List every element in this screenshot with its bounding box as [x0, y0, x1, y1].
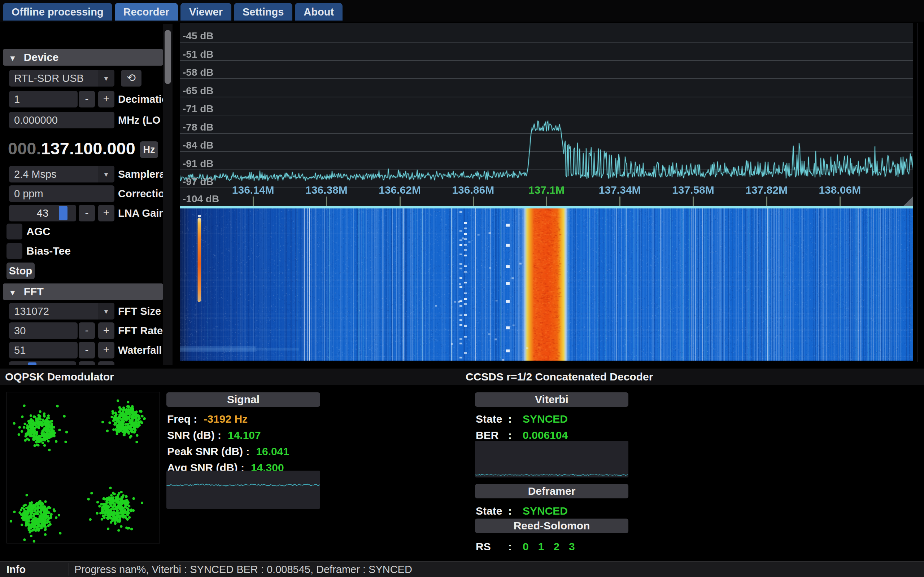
- tab-recorder[interactable]: Recorder: [115, 3, 178, 21]
- module-title-strip: OQPSK Demodulator CCSDS r=1/2 Concatenat…: [0, 369, 924, 385]
- chevron-down-icon: ▼: [98, 303, 115, 319]
- device-driver-select[interactable]: RTL-SDR USB ▼: [9, 70, 115, 87]
- fft-rate-plus-button[interactable]: +: [98, 322, 115, 339]
- fft-size-label: FFT Size: [118, 303, 161, 319]
- fft-max-slider-handle[interactable]: [28, 363, 36, 365]
- fft-size-value: 131072: [9, 305, 49, 317]
- agc-label: AGC: [26, 224, 50, 239]
- waterfall-rate-input[interactable]: 51: [9, 342, 78, 358]
- fft-spectrum-trace[interactable]: [180, 23, 913, 206]
- fft-resize-grip[interactable]: [903, 196, 913, 206]
- waterfall-plus-button[interactable]: +: [98, 342, 115, 358]
- collapse-arrow-icon: ▼: [9, 285, 16, 301]
- ber-history-canvas: [475, 441, 628, 477]
- fft-max-slider[interactable]: -45.355: [9, 361, 76, 365]
- status-info-label: Info: [6, 562, 26, 577]
- fft-size-select[interactable]: 131072 ▼: [9, 303, 115, 319]
- viterbi-header: Viterbi: [475, 392, 628, 407]
- freq-axis-label: 136.62M: [371, 184, 429, 196]
- decoder-row-value: SYNCED: [523, 411, 568, 427]
- signal-row-value: -3192 Hz: [204, 413, 247, 425]
- freq-axis-label: 136.38M: [297, 184, 355, 196]
- db-axis-label: -97 dB: [183, 176, 214, 187]
- db-axis-label: -71 dB: [183, 103, 214, 115]
- status-bar: Info Progress nan%, Viterbi : SYNCED BER…: [0, 561, 924, 577]
- stop-button[interactable]: Stop: [6, 263, 35, 279]
- window-scrollbar[interactable]: [917, 23, 918, 362]
- rs-separator: :: [508, 539, 523, 554]
- db-axis-label: -84 dB: [183, 140, 214, 151]
- freq-axis-tick: [619, 197, 620, 206]
- freq-axis-label: 136.86M: [444, 184, 502, 196]
- samplerate-value: 2.4 Msps: [9, 168, 57, 180]
- correction-input[interactable]: 0 ppm: [9, 185, 115, 202]
- samplerate-select[interactable]: 2.4 Msps ▼: [9, 166, 115, 182]
- viterbi-rows-state: State:SYNCED: [476, 411, 568, 427]
- frequency-unit-button[interactable]: Hz: [140, 141, 158, 158]
- rs-value: 3: [569, 539, 575, 554]
- ber-history-graph: [475, 441, 628, 477]
- bias-tee-checkbox[interactable]: [6, 243, 23, 259]
- waterfall-minus-button[interactable]: -: [79, 342, 95, 358]
- fft-rate-input[interactable]: 30: [9, 322, 78, 339]
- collapse-arrow-icon: ▼: [9, 50, 16, 67]
- tab-viewer[interactable]: Viewer: [181, 3, 231, 21]
- refresh-icon: ⟲: [127, 72, 136, 84]
- frequency-dim-digits: 000.: [8, 139, 41, 158]
- freq-axis-label: 137.82M: [738, 184, 795, 196]
- db-axis-label: -104 dB: [183, 193, 219, 205]
- refresh-button[interactable]: ⟲: [121, 70, 142, 87]
- rs-values: 0123: [523, 539, 575, 554]
- tab-settings[interactable]: Settings: [234, 3, 292, 21]
- fft-rate-minus-button[interactable]: -: [79, 322, 95, 339]
- decimation-plus-button[interactable]: +: [98, 91, 115, 108]
- freq-axis-label: 138.06M: [811, 184, 869, 196]
- sidebar-scrollbar-thumb[interactable]: [165, 30, 171, 84]
- freq-axis-tick: [693, 197, 694, 206]
- constellation-diagram: [6, 392, 160, 543]
- signal-row-label: SNR (dB) :: [167, 429, 221, 441]
- decimation-minus-button[interactable]: -: [79, 91, 95, 108]
- signal-row-value: 14.107: [228, 429, 261, 441]
- reed-solomon-header: Reed-Solomon: [475, 519, 628, 533]
- samplerate-label: Samplerate: [118, 166, 163, 182]
- waterfall-display[interactable]: [180, 208, 913, 361]
- satdump-window: Offline processingRecorderViewerSettings…: [0, 0, 924, 577]
- bias-tee-label: Bias-Tee: [26, 243, 71, 259]
- decoder-row-value: SYNCED: [523, 503, 568, 519]
- decimation-input[interactable]: 1: [9, 91, 78, 108]
- freq-axis-label: 137.58M: [664, 184, 722, 196]
- fft-max-value: -45.355: [9, 361, 76, 365]
- freq-axis-tick: [546, 197, 547, 206]
- fft-max-minus-button[interactable]: -: [79, 361, 95, 365]
- freq-axis-label: 136.14M: [224, 184, 282, 196]
- constellation-canvas: [7, 392, 160, 543]
- db-axis-label: -78 dB: [183, 121, 214, 133]
- fft-panel-header[interactable]: ▼FFT: [3, 284, 163, 300]
- decoder-row-separator: :: [508, 503, 523, 519]
- deframer-header: Deframer: [475, 484, 628, 498]
- tab-offline-processing[interactable]: Offline processing: [3, 3, 112, 21]
- freq-axis-tick: [326, 197, 327, 206]
- signal-row-label: Freq :: [167, 413, 197, 425]
- chevron-down-icon: ▼: [98, 70, 115, 87]
- demodulator-title: OQPSK Demodulator: [5, 369, 114, 385]
- rs-label: RS: [476, 539, 508, 554]
- sidebar-scrollbar[interactable]: [163, 24, 173, 365]
- tab-about[interactable]: About: [295, 3, 342, 21]
- lna-gain-slider[interactable]: 43: [9, 205, 76, 221]
- signal-row-snr-db: SNR (dB) :14.107: [167, 427, 261, 443]
- lna-gain-minus-button[interactable]: -: [79, 205, 95, 221]
- lna-gain-plus-button[interactable]: +: [98, 205, 115, 221]
- fft-max-plus-button[interactable]: +: [98, 361, 115, 365]
- lo-offset-input[interactable]: 0.000000: [9, 112, 115, 128]
- agc-checkbox[interactable]: [6, 224, 23, 239]
- db-axis-label: -91 dB: [183, 158, 214, 169]
- frequency-display[interactable]: 000.137.100.000: [8, 139, 135, 159]
- lna-gain-slider-handle[interactable]: [59, 206, 68, 220]
- deframer-rows-state: State:SYNCED: [476, 503, 568, 519]
- device-panel-header[interactable]: ▼Device: [3, 49, 163, 66]
- signal-row-peak-snr-db: Peak SNR (dB) :16.041: [167, 443, 289, 459]
- fft-plot[interactable]: -45 dB-51 dB-58 dB-65 dB-71 dB-78 dB-84 …: [180, 23, 913, 206]
- decoder-row-label: State: [476, 503, 508, 519]
